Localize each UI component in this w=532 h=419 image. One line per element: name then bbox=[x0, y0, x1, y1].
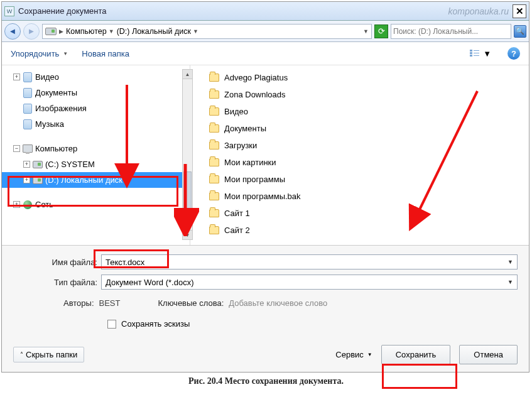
folder-icon bbox=[209, 192, 219, 200]
tree-lib-images[interactable]: Изображения bbox=[2, 101, 190, 116]
list-item[interactable]: Видео bbox=[195, 103, 524, 120]
folder-icon bbox=[209, 175, 219, 183]
scroll-thumb[interactable] bbox=[183, 171, 192, 215]
new-folder-button[interactable]: Новая папка bbox=[82, 49, 129, 58]
tree-network[interactable]: +Сеть bbox=[2, 197, 190, 212]
svg-rect-2 bbox=[470, 55, 472, 57]
nav-forward-button[interactable]: ► bbox=[23, 23, 40, 40]
list-item[interactable]: Zona Downloads bbox=[195, 86, 524, 103]
scroll-up-icon[interactable]: ▲ bbox=[183, 70, 192, 79]
list-item[interactable]: Сайт 2 bbox=[195, 222, 524, 239]
list-item[interactable]: Сайт 1 bbox=[195, 205, 524, 222]
folder-icon bbox=[209, 73, 219, 82]
toolbar: Упорядочить▼ Новая папка ▼ ? bbox=[2, 42, 529, 65]
breadcrumb-computer[interactable]: Компьютер▼ bbox=[66, 27, 114, 36]
organize-menu[interactable]: Упорядочить▼ bbox=[11, 49, 68, 58]
folder-icon bbox=[209, 158, 219, 166]
content-panes: +Видео Документы Изображения Музыка −Ком… bbox=[2, 65, 529, 245]
save-button[interactable]: Сохранить bbox=[381, 345, 451, 364]
filetype-select[interactable]: Документ Word (*.docx)▼ bbox=[101, 275, 518, 290]
search-input[interactable]: Поиск: (D:) Локальный... bbox=[391, 24, 511, 39]
svg-rect-5 bbox=[474, 55, 479, 56]
app-icon: W bbox=[4, 6, 14, 16]
svg-rect-3 bbox=[474, 50, 479, 51]
tree-drive-c[interactable]: +(C:) SYSTEM bbox=[2, 156, 190, 172]
close-button[interactable]: ✕ bbox=[513, 4, 526, 18]
titlebar: W Сохранение документа komponauka.ru ✕ bbox=[2, 2, 529, 21]
list-item[interactable]: Мои картинки bbox=[195, 154, 524, 171]
chevron-up-icon: ˄ bbox=[20, 351, 23, 358]
breadcrumb-dropdown-icon[interactable]: ▼ bbox=[363, 28, 369, 35]
nav-bar: ◄ ► ▶ Компьютер▼ (D:) Локальный диск▼ ▼ … bbox=[2, 21, 529, 42]
folder-icon bbox=[209, 226, 219, 234]
search-button[interactable]: 🔍 bbox=[514, 25, 526, 38]
filename-input[interactable]: Текст.docx▼ bbox=[101, 254, 518, 269]
tree-drive-d[interactable]: +(D:) Локальный диск bbox=[2, 172, 190, 188]
folder-icon bbox=[209, 90, 219, 99]
svg-rect-0 bbox=[470, 50, 472, 52]
filetype-label: Тип файла: bbox=[13, 278, 101, 287]
service-menu[interactable]: Сервис▼ bbox=[335, 350, 372, 359]
view-options-button[interactable]: ▼ bbox=[467, 48, 494, 60]
list-item[interactable]: Загрузки bbox=[195, 137, 524, 154]
search-placeholder: Поиск: (D:) Локальный... bbox=[393, 27, 509, 36]
cancel-button[interactable]: Отмена bbox=[459, 345, 518, 364]
svg-rect-1 bbox=[470, 52, 472, 54]
folder-icon bbox=[209, 209, 219, 217]
hide-folders-button[interactable]: ˄Скрыть папки bbox=[13, 347, 84, 362]
list-item[interactable]: Advego Plagiatus bbox=[195, 69, 524, 86]
figure-caption: Рис. 20.4 Место сохранения документа. bbox=[0, 376, 532, 386]
chevron-right-icon: ▶ bbox=[59, 28, 63, 35]
refresh-button[interactable]: ⟳ bbox=[374, 24, 388, 38]
help-button[interactable]: ? bbox=[508, 47, 520, 60]
nav-tree: +Видео Документы Изображения Музыка −Ком… bbox=[2, 65, 190, 245]
folder-icon bbox=[209, 124, 219, 133]
window-title: Сохранение документа bbox=[18, 6, 107, 16]
filename-label: Имя файла: bbox=[13, 258, 101, 267]
list-item[interactable]: Мои программы bbox=[195, 171, 524, 188]
scroll-down-icon[interactable]: ▼ bbox=[183, 230, 192, 239]
tree-lib-video[interactable]: +Видео bbox=[2, 69, 190, 85]
folder-icon bbox=[209, 107, 219, 116]
watermark-text: komponauka.ru bbox=[448, 6, 509, 16]
save-thumbs-checkbox[interactable] bbox=[107, 320, 116, 329]
list-item[interactable]: Документы bbox=[195, 120, 524, 137]
breadcrumb[interactable]: ▶ Компьютер▼ (D:) Локальный диск▼ ▼ bbox=[42, 24, 372, 39]
tree-lib-documents[interactable]: Документы bbox=[2, 85, 190, 101]
keywords-hint[interactable]: Добавьте ключевое слово bbox=[229, 298, 327, 308]
view-list-icon bbox=[469, 49, 480, 58]
breadcrumb-drive[interactable]: (D:) Локальный диск▼ bbox=[117, 27, 198, 36]
keywords-label: Ключевые слова: bbox=[158, 298, 224, 308]
bottom-panel: Имя файла: Текст.docx▼ Тип файла: Докуме… bbox=[2, 245, 529, 372]
list-item[interactable]: Мои программы.bak bbox=[195, 188, 524, 205]
svg-rect-4 bbox=[474, 53, 479, 53]
drive-icon bbox=[45, 28, 57, 35]
authors-value[interactable]: BEST bbox=[99, 298, 121, 308]
tree-computer[interactable]: −Компьютер bbox=[2, 141, 190, 156]
nav-back-button[interactable]: ◄ bbox=[4, 23, 21, 40]
file-list: Advego Plagiatus Zona Downloads Видео До… bbox=[190, 65, 529, 245]
tree-lib-music[interactable]: Музыка bbox=[2, 116, 190, 132]
folder-icon bbox=[209, 141, 219, 150]
save-thumbs-label: Сохранять эскизы bbox=[121, 319, 190, 329]
tree-scrollbar[interactable]: ▲ ▼ bbox=[182, 69, 193, 240]
save-dialog: W Сохранение документа komponauka.ru ✕ ◄… bbox=[1, 1, 529, 373]
authors-label: Авторы: bbox=[63, 298, 94, 308]
